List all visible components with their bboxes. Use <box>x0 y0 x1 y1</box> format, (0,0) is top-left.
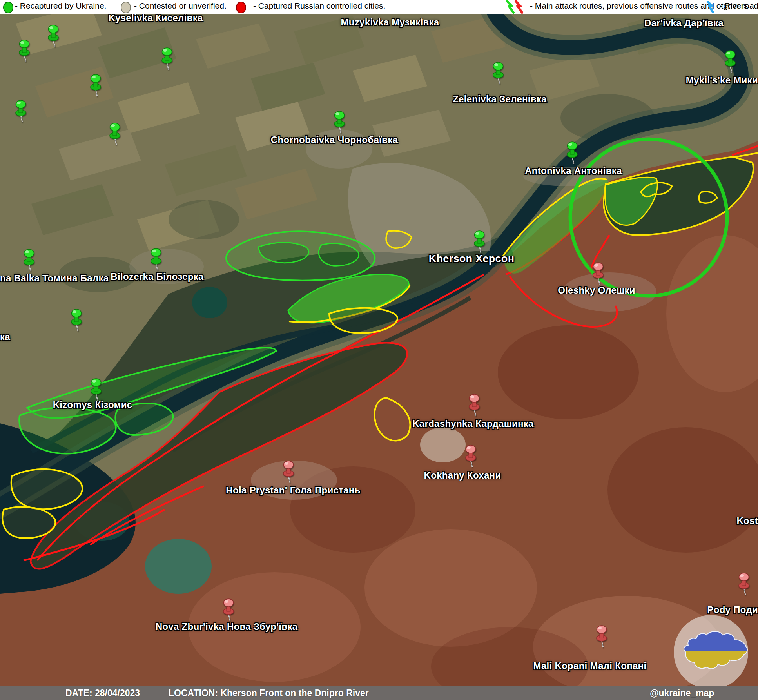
city-label-muzykivka: Muzykivka Музиківка <box>341 17 439 28</box>
city-label-chornobaivka: Chornobaivka Чорнобаївка <box>271 134 398 145</box>
map-pin-green <box>22 248 36 274</box>
map-pin-red <box>736 572 751 597</box>
map-pin-green <box>17 39 32 64</box>
map-pin-red <box>221 598 236 623</box>
map-pin-green <box>69 308 84 334</box>
map-pin-green <box>88 74 103 99</box>
legend-label: - Contested or unverified. <box>134 1 227 11</box>
city-label-ka-fragment: ка <box>0 332 10 343</box>
city-label-oleshky: Oleshky Олешки <box>558 285 635 296</box>
contested-dot-icon <box>121 2 131 13</box>
map-pin-green <box>565 141 580 166</box>
legend-label: - Captured Russian controlled cities. <box>253 1 385 11</box>
city-label-kherson: Kherson Херсон <box>429 253 515 265</box>
city-label-zelenivka: Zelenivka Зеленівка <box>453 94 547 105</box>
map-pin-green <box>107 122 122 147</box>
map-pin-green <box>472 230 487 255</box>
map-pin-red <box>463 444 478 470</box>
city-label-darivka: Dar'ivka Дар'ївка <box>644 18 724 29</box>
satellite-map-image <box>0 0 758 700</box>
map-pin-green <box>160 47 174 72</box>
map-pin-green <box>491 62 506 87</box>
handle-label: @ukraine_map <box>650 688 714 698</box>
city-label-mali-kopani: Mali Kopani Малі Копані <box>533 660 647 671</box>
map-pin-green <box>149 248 163 273</box>
map-pin-green <box>46 24 61 49</box>
city-label-antonivka: Antonivka Антонівка <box>525 165 622 176</box>
city-label-bilozerka: Bilozerka Білозерка <box>111 271 203 282</box>
captured-dot-icon <box>236 2 246 13</box>
legend-label: - Recaptured by Ukraine. <box>15 1 106 11</box>
map-pin-red <box>281 460 296 485</box>
recaptured-dot-icon <box>3 2 13 13</box>
city-label-kost: Kost <box>736 515 758 526</box>
legend-label: - Rivers <box>720 1 748 11</box>
city-label-kizomys: Kizomys Кізомис <box>53 399 132 410</box>
map-pin-green <box>13 100 28 125</box>
map-pin-green <box>332 111 347 136</box>
map-stage: - Recaptured by Ukraine. - Contested or … <box>0 0 758 700</box>
city-label-nova-zburivka: Nova Zbur'ivka Нова Збур'ївка <box>156 621 298 632</box>
map-pin-red <box>591 262 606 287</box>
legend-bar: - Recaptured by Ukraine. - Contested or … <box>0 0 758 14</box>
map-pin-red <box>594 625 609 650</box>
city-label-kokhany: Kokhany Кохани <box>424 470 501 481</box>
river-arrow-icon <box>704 1 716 13</box>
location-label: LOCATION: Kherson Front on the Dnipro Ri… <box>169 688 369 698</box>
city-label-tomyna-balka: na Balka Томина Балка <box>0 273 109 284</box>
attack-routes-icon <box>504 0 528 14</box>
city-label-kardashynka: Kardashynka Кардашинка <box>412 418 534 429</box>
ukraine-map-logo <box>673 615 749 690</box>
city-label-mykilske: Mykil's'ke Мики <box>686 75 758 86</box>
map-pin-red <box>467 394 482 419</box>
date-label: DATE: 28/04/2023 <box>65 688 140 698</box>
city-label-pody: Pody Поди <box>707 604 758 615</box>
map-pin-green <box>723 50 738 75</box>
footer-bar: DATE: 28/04/2023 LOCATION: Kherson Front… <box>0 686 758 700</box>
city-label-hola-prystan: Hola Prystan' Гола Пристань <box>226 485 360 496</box>
